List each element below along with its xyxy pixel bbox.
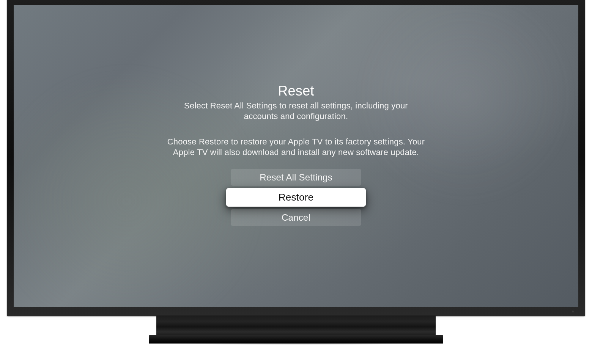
restore-button[interactable]: Restore xyxy=(226,188,366,207)
stage: Reset Select Reset All Settings to reset… xyxy=(0,0,592,364)
tv-stand-base xyxy=(149,335,443,344)
dialog-paragraph-1: Select Reset All Settings to reset all s… xyxy=(167,100,425,121)
power-led-icon xyxy=(572,311,574,312)
tv-stand-neck xyxy=(156,315,436,336)
cancel-button[interactable]: Cancel xyxy=(231,209,361,226)
dialog-options: Reset All Settings Restore Cancel xyxy=(226,169,366,226)
reset-dialog: Reset Select Reset All Settings to reset… xyxy=(14,83,578,226)
tv-bezel: Reset Select Reset All Settings to reset… xyxy=(7,0,585,316)
tv-screen: Reset Select Reset All Settings to reset… xyxy=(14,5,578,307)
reset-all-settings-button[interactable]: Reset All Settings xyxy=(231,169,361,186)
dialog-paragraph-2: Choose Restore to restore your Apple TV … xyxy=(167,136,425,157)
dialog-title: Reset xyxy=(278,83,314,99)
